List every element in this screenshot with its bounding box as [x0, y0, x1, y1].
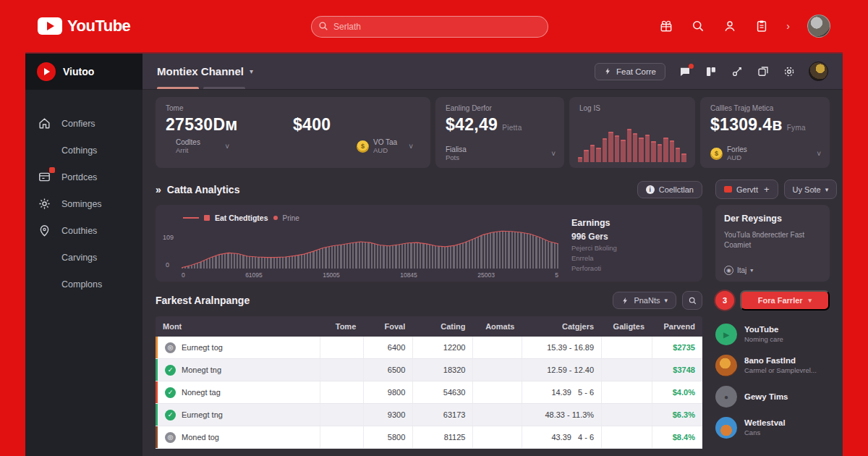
reysings-dropdown[interactable]: ◉ Itaj ▾	[724, 266, 753, 275]
search-icon-top[interactable]	[691, 19, 705, 33]
stat-label: Tome	[166, 104, 293, 112]
search-icon	[688, 296, 697, 305]
table-row[interactable]: ✓Monegt tng65001832012.59 - 12.40$3748	[156, 359, 702, 381]
fora-farrler-button[interactable]: Fora Farrler ▾	[740, 290, 830, 311]
list-item[interactable]: WetlestvalCans	[715, 417, 830, 439]
check-icon: ✓	[165, 365, 176, 376]
link-icon[interactable]	[731, 65, 744, 78]
active-tab-bar[interactable]	[157, 87, 199, 89]
sidebar-item-sominges[interactable]: Sominges	[25, 190, 142, 217]
stat-card-tome[interactable]: Tome 27530Dм Codltes Arrit ˅ $400	[156, 97, 430, 168]
bolt-icon	[604, 67, 612, 75]
column-header-tome[interactable]: Tome	[320, 322, 363, 331]
column-header-galigtes[interactable]: Galigtes	[601, 322, 652, 331]
fora-farrler-label: Fora Farrler	[758, 296, 803, 305]
search-input[interactable]	[311, 16, 548, 38]
uysote-button[interactable]: Uy Sote ▾	[784, 180, 838, 199]
cell-cating: 12200	[412, 337, 472, 358]
dashboard-window: Viutoo ConfiersCothingsPortdcesSomingesC…	[25, 52, 843, 456]
collection-label: Coellctlan	[659, 185, 694, 194]
pending-icon: ◎	[165, 432, 176, 443]
sidebar-item-label: Confiers	[61, 119, 95, 129]
earnings-note-3: Perforaoti	[571, 264, 691, 272]
inactive-tab-bar[interactable]	[203, 87, 245, 89]
list-item[interactable]: ▶YouTubeNoming care	[715, 324, 830, 345]
gervtt-label: Gervtt	[736, 185, 758, 194]
plus-icon[interactable]: +	[764, 184, 770, 195]
cell-parvend: $8.4%	[652, 426, 702, 448]
chevron-down-icon[interactable]: ˅	[409, 143, 413, 151]
pnants-label: PnaNts	[634, 296, 660, 305]
mini-chart-bar	[670, 140, 674, 162]
column-header-foval[interactable]: Foval	[363, 322, 412, 331]
stat-card-earning[interactable]: Eanling Derfor $42,49Pietta Fialisa Pots…	[435, 97, 564, 168]
sidebar-item-cothings[interactable]: Cothings	[25, 137, 142, 164]
cell-catgjers: 14.39 5 - 6	[522, 381, 601, 403]
list-item-subtitle: Noming care	[744, 335, 783, 344]
sidebar-item-complons[interactable]: Complons	[25, 271, 142, 297]
topbar-avatar[interactable]	[807, 14, 830, 38]
stat-card-metica[interactable]: Callles Trajg Metica $1309.4вFyma $ Forl…	[700, 97, 830, 168]
sidebar-item-couthies[interactable]: Couthies	[25, 217, 142, 244]
table-row[interactable]: ✓Nonegt tag98005463014.39 5 - 6$4.0%	[156, 381, 702, 404]
column-header-catgjers[interactable]: Catgjers	[522, 322, 601, 331]
mini-chart-bar	[584, 150, 588, 162]
sidebar-item-confiers[interactable]: Confiers	[25, 110, 142, 137]
chevron-right-icon[interactable]: ›	[786, 20, 790, 32]
channel-caret-icon[interactable]: ▾	[250, 67, 253, 75]
external-window-icon[interactable]	[757, 65, 770, 78]
user-icon[interactable]	[723, 19, 737, 33]
youtube-wordmark: YouTube	[67, 17, 130, 35]
channel-title[interactable]: Montiex Channel	[157, 65, 244, 77]
tab-indicator[interactable]	[157, 87, 245, 89]
chevron-down-icon[interactable]: ˅	[225, 143, 229, 151]
chevron-down-icon[interactable]: ˅	[817, 150, 821, 158]
gervtt-button[interactable]: Gervtt +	[715, 180, 778, 199]
cell-tome	[320, 359, 363, 381]
notification-count-badge[interactable]: 3	[715, 291, 734, 310]
x-tick-label: 5	[555, 271, 558, 279]
chevron-down-icon[interactable]: ˅	[551, 150, 556, 158]
list-item[interactable]: 8ano FastlndCarmel or Samplevrel...	[715, 355, 830, 376]
collection-button[interactable]: i Coellctlan	[637, 181, 702, 198]
table-body: ◎Eurnegt tog64001220015.39 - 16.89$2735✓…	[156, 337, 702, 449]
analytics-chart[interactable]: Eat Chedtigtes Prine 109 0 0610951500510…	[163, 211, 561, 279]
reysings-body: YouTula 8nderectler Fast Coamiet	[724, 230, 821, 250]
cell-parvend: $4.0%	[652, 381, 702, 403]
list-item[interactable]: ●Gewy Tims	[715, 386, 830, 408]
column-header-mont[interactable]: Mont	[156, 322, 320, 331]
cell-catgjers: 12.59 - 12.40	[522, 359, 601, 381]
feat-corre-button[interactable]: Feat Corre	[595, 63, 665, 80]
sidebar-brand[interactable]: Viutoo	[25, 54, 142, 90]
table-row[interactable]: ◎Moned tog58008112543.39 4 - 6$8.4%	[156, 426, 702, 449]
pending-icon: ◎	[165, 342, 176, 353]
dashboard-grid-icon[interactable]	[705, 65, 718, 78]
header-avatar[interactable]	[809, 62, 828, 81]
column-header-parvend[interactable]: Parvend	[652, 322, 702, 331]
stat-value: 27530Dм	[166, 115, 293, 135]
youtube-logo[interactable]: YouTube	[38, 17, 130, 35]
stat-label: Eanling Derfor	[446, 104, 554, 112]
clipboard-icon[interactable]	[754, 19, 769, 33]
cell-catgjers: 15.39 - 16.89	[522, 337, 601, 358]
data-table: MontTomeFovalCatingAomatsCatgjersGaligte…	[156, 316, 702, 456]
chat-notification-badge	[689, 64, 694, 69]
cell-parvend: $3748	[652, 359, 702, 381]
sidebar-item-carvings[interactable]: Carvings	[25, 244, 142, 271]
pnants-button[interactable]: PnaNts ▾	[613, 292, 676, 309]
stat-card-log[interactable]: Log IS	[569, 97, 695, 168]
coin-icon: $	[710, 148, 723, 160]
table-row[interactable]: ◎Eurnegt tog64001220015.39 - 16.89$2735	[156, 337, 702, 359]
cell-aomats	[472, 337, 522, 358]
table-row[interactable]: ✓Eurnegt tng93006317348.33 - 11.3%$6.3%	[156, 404, 702, 426]
table-search-button[interactable]	[682, 291, 702, 310]
sidebar-item-portdces[interactable]: Portdces	[25, 164, 142, 190]
chat-icon[interactable]	[678, 65, 692, 78]
y-axis-min: 0	[166, 261, 169, 269]
column-header-aomats[interactable]: Aomats	[472, 322, 522, 331]
column-header-cating[interactable]: Cating	[412, 322, 472, 331]
main-area: Montiex Channel ▾ Feat Corre	[142, 54, 843, 456]
analytics-title: Catta Analytics	[167, 184, 240, 195]
gift-icon[interactable]	[659, 19, 673, 33]
settings-icon[interactable]	[783, 65, 796, 78]
